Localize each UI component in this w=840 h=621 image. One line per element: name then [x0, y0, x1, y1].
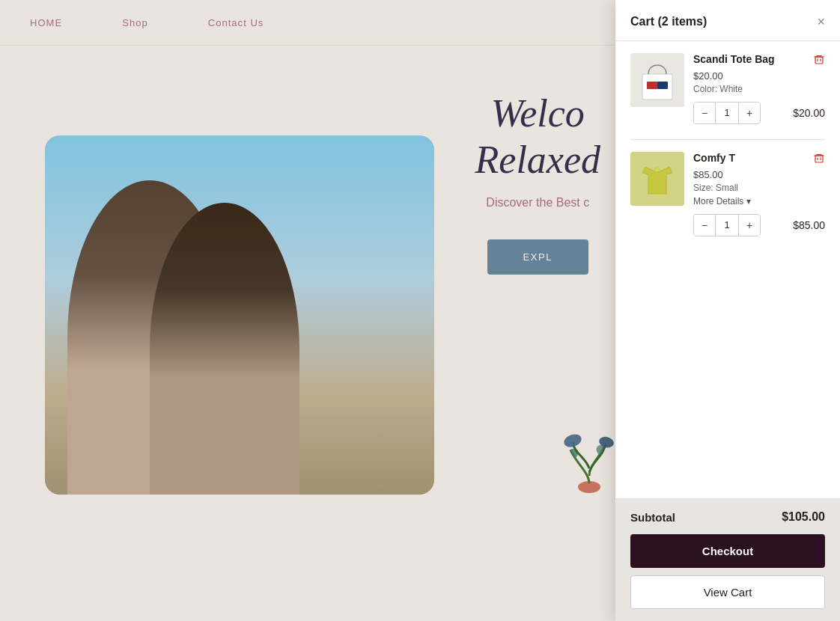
cart-overlay: [0, 0, 615, 621]
cart-close-button[interactable]: ×: [817, 15, 825, 28]
svg-rect-7: [815, 57, 823, 64]
item-info-2: Comfy T $85.00 Size: Small More D: [693, 152, 825, 236]
item-thumbnail-2: [630, 152, 684, 206]
checkout-button[interactable]: Checkout: [630, 534, 825, 568]
item-thumbnail-1: [630, 53, 684, 107]
qty-row-1: − 1 + $20.00: [693, 102, 825, 124]
comfy-t-image: [630, 152, 684, 206]
item-price-1: $20.00: [693, 70, 825, 82]
subtotal-amount: $105.00: [782, 510, 825, 524]
subtotal-row: Subtotal $105.00: [630, 510, 825, 524]
qty-plus-2[interactable]: +: [739, 215, 760, 236]
item-name-row-2: Comfy T: [693, 152, 825, 166]
qty-control-2: − 1 +: [693, 214, 761, 236]
item-name-1: Scandi Tote Bag: [693, 53, 775, 65]
qty-value-2: 1: [715, 215, 739, 236]
cart-panel: Cart (2 items) × Scandi Tote Bag: [615, 0, 840, 621]
more-details-button[interactable]: More Details ▾: [693, 196, 825, 207]
item-name-row-1: Scandi Tote Bag: [693, 53, 825, 67]
item-delete-button-1[interactable]: [813, 53, 825, 67]
trash-icon-1: [813, 53, 825, 65]
qty-plus-1[interactable]: +: [739, 103, 760, 123]
qty-minus-1[interactable]: −: [694, 103, 715, 123]
item-delete-button-2[interactable]: [813, 152, 825, 166]
item-color-1: Color: White: [693, 84, 825, 94]
svg-rect-9: [815, 156, 823, 162]
cart-title: Cart (2 items): [630, 15, 707, 28]
item-total-2: $85.00: [793, 219, 825, 231]
qty-row-2: − 1 + $85.00: [693, 214, 825, 236]
cart-item-2: Comfy T $85.00 Size: Small More D: [630, 152, 825, 251]
item-total-1: $20.00: [793, 107, 825, 119]
item-size-2: Size: Small: [693, 183, 825, 193]
cart-items-list: Scandi Tote Bag $20.00 Color: White: [615, 41, 840, 498]
cart-footer: Subtotal $105.00 Checkout View Cart: [615, 498, 840, 621]
item-name-2: Comfy T: [693, 152, 735, 164]
svg-rect-6: [657, 82, 668, 89]
qty-minus-2[interactable]: −: [694, 215, 715, 236]
cart-item: Scandi Tote Bag $20.00 Color: White: [630, 53, 825, 140]
trash-icon-2: [813, 152, 825, 164]
item-info-1: Scandi Tote Bag $20.00 Color: White: [693, 53, 825, 124]
tote-bag-image: [630, 53, 684, 107]
view-cart-button[interactable]: View Cart: [630, 575, 825, 609]
subtotal-label: Subtotal: [630, 511, 675, 524]
svg-rect-5: [647, 82, 657, 89]
qty-value-1: 1: [715, 103, 739, 123]
item-price-2: $85.00: [693, 169, 825, 180]
cart-header: Cart (2 items) ×: [615, 0, 840, 41]
chevron-down-icon: ▾: [746, 196, 751, 207]
more-details-label: More Details: [693, 196, 743, 207]
qty-control-1: − 1 +: [693, 102, 761, 124]
